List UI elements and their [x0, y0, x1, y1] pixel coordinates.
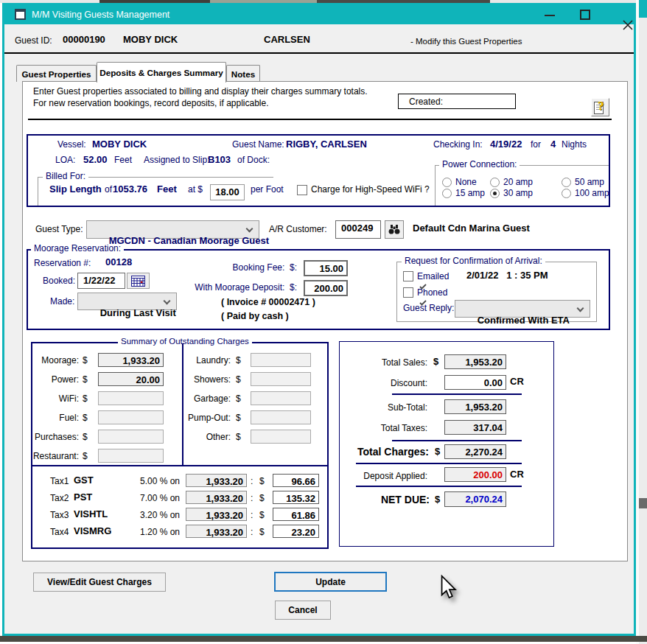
radio-none[interactable] — [442, 178, 452, 187]
charge-pumpout-field — [251, 410, 311, 424]
radio-20amp[interactable] — [490, 178, 500, 187]
tax-rate: 7.00 % on — [140, 492, 180, 504]
radio-30amp-label: 30 amp — [503, 187, 533, 199]
radio-30amp[interactable] — [490, 189, 500, 198]
booking-fee-input[interactable]: 15.00 — [304, 260, 348, 276]
at-dollar-label: at $ — [188, 183, 203, 195]
radio-none-label: None — [455, 176, 477, 188]
loa-value: 52.00 — [83, 154, 108, 166]
charge-showers-field — [251, 372, 311, 386]
tax-code: VISMRG — [74, 525, 111, 537]
charge-fuel-field — [98, 410, 164, 424]
nights-label: Nights — [562, 139, 587, 150]
charge-label: Showers: — [175, 374, 231, 385]
power-connection-legend: Power Connection: — [439, 160, 520, 169]
confirmation-legend: Request for Confirmation of Arrival: — [402, 256, 545, 266]
guest-reply-dropdown[interactable]: Confirmed With ETA — [455, 300, 590, 318]
ar-customer-lookup-button[interactable] — [385, 220, 404, 239]
slip-length-value: 1053.76 — [113, 183, 147, 195]
tax-code: VISHTL — [74, 508, 108, 520]
radio-15amp[interactable] — [442, 189, 452, 198]
moorage-deposit-input[interactable]: 200.00 — [304, 280, 348, 296]
update-button[interactable]: Update — [274, 572, 387, 592]
tax-rate: 5.00 % on — [140, 475, 180, 487]
tax-amount-field: 61.86 — [273, 508, 319, 521]
loa-label: LOA: — [55, 154, 75, 166]
assigned-slip-label: Assigned to Slip: — [144, 154, 209, 166]
binoculars-icon — [388, 225, 400, 234]
charge-label: Garbage: — [175, 393, 231, 405]
charge-label: Pump-Out: — [175, 412, 231, 424]
phoned-checkbox[interactable] — [403, 287, 413, 298]
dollar-sign: $ — [236, 431, 241, 443]
intro-divider — [28, 119, 612, 120]
charge-label: WiFi: — [24, 393, 79, 405]
total-charges-field: 2,270.24 — [444, 444, 506, 459]
charge-label: Laundry: — [175, 354, 231, 366]
booking-fee-label: Booking Fee: $: — [186, 262, 297, 273]
calendar-button[interactable] — [127, 273, 150, 289]
reservation-number: 00128 — [105, 256, 132, 268]
view-edit-guest-charges-button[interactable]: View/Edit Guest Charges — [33, 573, 166, 592]
tax-base-field: 1,933.20 — [186, 508, 247, 521]
charge-other-field — [251, 430, 311, 444]
total-sales-label: Total Sales: — [317, 357, 427, 368]
charge-label: Moorage: — [24, 354, 79, 366]
assigned-slip-value: B103 — [208, 154, 231, 166]
rate-per-foot-input[interactable]: 18.00 — [210, 184, 245, 200]
discount-field[interactable]: 0.00 — [444, 375, 506, 390]
dollar-sign: $ — [236, 354, 241, 366]
tax-base-field: 1,933.20 — [186, 491, 247, 504]
dollar-sign: $ — [433, 356, 438, 368]
checking-in-label: Checking In: — [433, 139, 483, 150]
colon: : — [251, 475, 253, 487]
panel-content: Enter Guest properties associated to bil… — [0, 0, 647, 644]
made-dropdown[interactable]: During Last Visit — [77, 293, 177, 310]
intro-line1: Enter Guest properties associated to bil… — [33, 85, 368, 97]
emailed-label: Emailed — [417, 270, 449, 282]
ar-customer-description: Default Cdn Marina Guest — [413, 223, 530, 234]
dollar-sign: $ — [83, 393, 88, 405]
for-label: for — [531, 139, 541, 150]
cancel-button[interactable]: Cancel — [275, 601, 331, 620]
made-label: Made: — [50, 295, 74, 307]
totals-divider — [356, 463, 522, 464]
chevron-down-icon — [246, 225, 253, 233]
total-sales-field: 1,953.20 — [444, 354, 506, 369]
charge-garbage-field — [251, 391, 311, 405]
chevron-down-icon — [164, 298, 171, 305]
radio-100amp[interactable] — [562, 189, 571, 198]
charge-label: Fuel: — [24, 412, 79, 424]
booked-date-input[interactable]: 1/22/22 — [77, 273, 125, 289]
wifi-checkbox[interactable] — [297, 185, 307, 195]
emailed-checkbox[interactable] — [403, 271, 413, 281]
charge-restaurant-field — [98, 449, 164, 463]
invoice-note: ( Invoice # 00002471 ) — [221, 296, 315, 308]
net-due-label: NET DUE: — [312, 494, 430, 505]
ar-customer-input[interactable]: 000249 — [335, 220, 381, 239]
dollar-sign: $ — [83, 374, 88, 385]
help-icon[interactable]: ? — [591, 98, 609, 116]
guest-type-dropdown[interactable]: MGCDN - Canadian Moorage Guest — [86, 220, 259, 239]
emailed-time: 2/01/22 1 : 35 PM — [466, 270, 548, 281]
charge-label: Restaurant: — [24, 450, 79, 462]
per-foot-label: per Foot — [251, 183, 284, 195]
vessel-name: MOBY DICK — [92, 139, 147, 150]
deposit-applied-label: Deposit Applied: — [317, 470, 427, 482]
discount-label: Discount: — [317, 377, 427, 389]
colon: : — [251, 526, 253, 538]
subtotal-label: Sub-Total: — [317, 402, 427, 413]
colon: : — [251, 492, 253, 504]
dollar-sign: $ — [236, 374, 241, 385]
charge-moorage-field: 1,933.20 — [98, 353, 164, 367]
tax-rate: 3.20 % on — [140, 509, 180, 521]
charges-horizontal-divider — [32, 465, 327, 466]
charge-wifi-field — [98, 391, 164, 405]
radio-50amp[interactable] — [562, 178, 571, 187]
nights-count: 4 — [550, 139, 556, 150]
mouse-cursor — [430, 564, 458, 614]
outstanding-charges-legend: Summary of Outstanding Charges — [118, 337, 252, 346]
tax-amount-field: 96.66 — [273, 474, 319, 487]
tax-rate: 1.20 % on — [140, 526, 180, 538]
dollar-sign: $ — [435, 494, 440, 505]
